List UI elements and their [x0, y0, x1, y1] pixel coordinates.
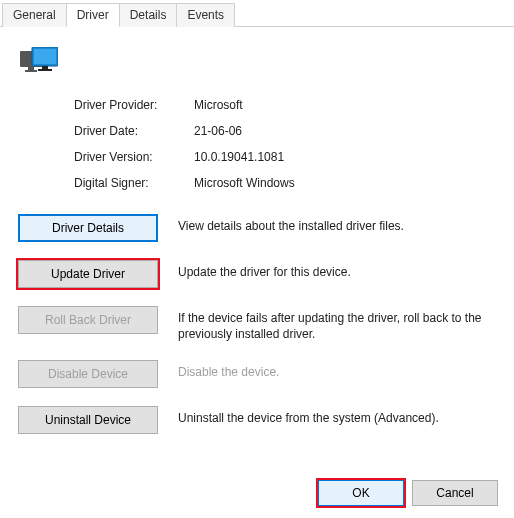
rollback-driver-desc: If the device fails after updating the d…: [178, 306, 496, 342]
tab-general[interactable]: General: [2, 3, 67, 27]
tab-strip: General Driver Details Events: [0, 0, 514, 27]
row-uninstall-device: Uninstall Device Uninstall the device fr…: [18, 406, 496, 434]
monitor-icon: [20, 47, 58, 80]
uninstall-device-button[interactable]: Uninstall Device: [18, 406, 158, 434]
device-icon-row: [20, 47, 496, 80]
svg-rect-4: [34, 49, 56, 64]
svg-rect-1: [28, 67, 34, 70]
driver-details-desc: View details about the installed driver …: [178, 214, 404, 234]
signer-label: Digital Signer:: [74, 176, 194, 190]
driver-details-button[interactable]: Driver Details: [18, 214, 158, 242]
update-driver-button[interactable]: Update Driver: [18, 260, 158, 288]
version-label: Driver Version:: [74, 150, 194, 164]
date-label: Driver Date:: [74, 124, 194, 138]
provider-label: Driver Provider:: [74, 98, 194, 112]
svg-rect-6: [38, 69, 52, 71]
row-driver-details: Driver Details View details about the in…: [18, 214, 496, 242]
info-row-signer: Digital Signer: Microsoft Windows: [74, 176, 496, 190]
tab-events[interactable]: Events: [176, 3, 235, 27]
cancel-button[interactable]: Cancel: [412, 480, 498, 506]
driver-info-table: Driver Provider: Microsoft Driver Date: …: [74, 98, 496, 190]
tab-driver[interactable]: Driver: [66, 3, 120, 27]
info-row-provider: Driver Provider: Microsoft: [74, 98, 496, 112]
rollback-driver-button: Roll Back Driver: [18, 306, 158, 334]
content-panel: Driver Provider: Microsoft Driver Date: …: [0, 27, 514, 464]
row-disable-device: Disable Device Disable the device.: [18, 360, 496, 388]
update-driver-desc: Update the driver for this device.: [178, 260, 351, 280]
disable-device-desc: Disable the device.: [178, 360, 279, 380]
disable-device-button: Disable Device: [18, 360, 158, 388]
uninstall-device-desc: Uninstall the device from the system (Ad…: [178, 406, 439, 426]
row-update-driver: Update Driver Update the driver for this…: [18, 260, 496, 288]
row-rollback-driver: Roll Back Driver If the device fails aft…: [18, 306, 496, 342]
dialog-footer: OK Cancel: [318, 480, 498, 506]
ok-button[interactable]: OK: [318, 480, 404, 506]
provider-value: Microsoft: [194, 98, 243, 112]
info-row-date: Driver Date: 21-06-06: [74, 124, 496, 138]
info-row-version: Driver Version: 10.0.19041.1081: [74, 150, 496, 164]
signer-value: Microsoft Windows: [194, 176, 295, 190]
svg-rect-2: [25, 70, 37, 72]
version-value: 10.0.19041.1081: [194, 150, 284, 164]
date-value: 21-06-06: [194, 124, 242, 138]
svg-rect-5: [42, 66, 48, 69]
tab-details[interactable]: Details: [119, 3, 178, 27]
